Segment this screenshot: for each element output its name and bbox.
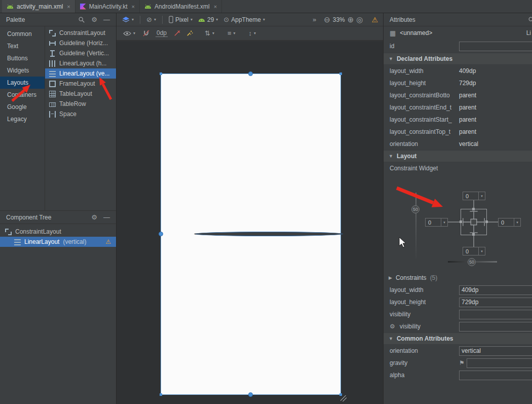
attribute-row[interactable]: layout_constraintBottoparent <box>384 89 532 101</box>
view-options-button[interactable]: ▾ <box>122 31 137 36</box>
space-icon <box>49 111 56 118</box>
attribute-row[interactable]: orientationvertical <box>384 138 532 150</box>
zoom-out-button[interactable]: ⊖ <box>324 16 330 23</box>
palette-item-guideline-horizontal[interactable]: Guideline (Horiz... <box>45 38 116 48</box>
category-text[interactable]: Text <box>0 40 45 52</box>
horizontal-bias-value[interactable]: 50 <box>468 258 476 266</box>
zoom-in-button[interactable]: ⊕ <box>348 16 354 23</box>
palette-item-framelayout[interactable]: FrameLayout <box>45 79 116 89</box>
anchor-handle-left[interactable] <box>159 232 163 236</box>
theme-selector[interactable]: ⊙ AppTheme ▾ <box>222 16 267 23</box>
attribute-row[interactable]: layout_constraintEnd_tparent <box>384 101 532 114</box>
device-selector[interactable]: Pixel ▾ <box>167 16 194 23</box>
zoom-to-fit-button[interactable]: ◎ <box>356 16 363 23</box>
category-google[interactable]: Google <box>0 101 45 113</box>
warnings-button[interactable]: ⚠ <box>371 16 378 24</box>
gear-icon[interactable]: ⚙ <box>91 16 97 23</box>
category-legacy[interactable]: Legacy <box>0 113 45 125</box>
margin-left-dropdown[interactable]: 0▾ <box>425 218 448 227</box>
chevron-down-icon: ▾ <box>132 17 134 22</box>
orientation-input[interactable] <box>459 346 532 356</box>
section-common-attributes[interactable]: ▼ Common Attributes <box>384 333 532 345</box>
android-file-icon <box>7 4 14 9</box>
anchor-dot-bottom[interactable] <box>472 233 475 236</box>
tree-item-linearlayout-vertical[interactable]: LinearLayout(vertical) ⚠ <box>0 237 116 247</box>
constraints-section-toggle[interactable]: ▶ Constraints (5) <box>384 272 532 284</box>
category-common[interactable]: Common <box>0 28 45 40</box>
design-canvas[interactable] <box>117 42 383 404</box>
flag-icon[interactable]: ⚑ <box>459 359 465 366</box>
autoconnect-magnet-icon[interactable] <box>143 30 149 36</box>
margin-right-dropdown[interactable]: 0▾ <box>498 218 521 227</box>
warning-icon[interactable]: ⚠ <box>105 238 111 245</box>
palette-item-guideline-vertical[interactable]: Guideline (Vertic... <box>45 48 116 58</box>
attribute-row: orientation <box>384 345 532 357</box>
vertical-bias-value[interactable]: 50 <box>411 205 420 213</box>
anchor-handle-right[interactable] <box>194 232 343 236</box>
search-icon[interactable] <box>78 16 85 23</box>
tab-activity-main-xml[interactable]: activity_main.xml × <box>2 0 75 13</box>
anchor-dot-left[interactable] <box>460 221 462 223</box>
view-mode-selector[interactable]: ▾ <box>121 16 135 23</box>
palette-item-linearlayout-horizontal[interactable]: LinearLayout (h... <box>45 58 116 68</box>
search-icon[interactable] <box>528 16 532 23</box>
align-selector[interactable]: ≡ ▾ <box>226 30 237 36</box>
category-layouts[interactable]: Layouts <box>0 77 45 89</box>
margin-top-dropdown[interactable]: 0▾ <box>463 192 485 200</box>
category-containers[interactable]: Containers <box>0 89 45 101</box>
tree-item-constraintlayout[interactable]: ConstraintLayout <box>0 227 116 237</box>
hide-panel-icon[interactable]: — <box>103 16 110 23</box>
tab-close-icon[interactable]: × <box>214 4 217 10</box>
anchor-dot-right[interactable] <box>485 221 488 223</box>
tools-visibility-input[interactable] <box>459 322 532 332</box>
attribute-row[interactable]: layout_width409dp <box>384 65 532 77</box>
component-grid-icon: ▦ <box>390 30 396 36</box>
tab-close-icon[interactable]: × <box>67 4 70 10</box>
constraint-widget-box[interactable] <box>461 209 487 235</box>
expand-selector[interactable]: ↕ ▾ <box>247 30 258 36</box>
palette-item-linearlayout-vertical[interactable]: LinearLayout (ve... <box>45 68 116 79</box>
api-level-selector[interactable]: 29 ▾ <box>197 16 219 23</box>
gravity-input[interactable] <box>467 358 532 368</box>
linearlayout-preview[interactable] <box>161 74 340 394</box>
infer-constraints-wand-icon[interactable] <box>186 30 193 36</box>
hide-panel-icon[interactable]: — <box>103 214 110 221</box>
eye-icon <box>123 31 131 36</box>
pack-selector[interactable]: ⇅ ▾ <box>203 30 216 36</box>
palette: Common Text Buttons Widgets Layouts Cont… <box>0 26 116 211</box>
category-widgets[interactable]: Widgets <box>0 64 45 77</box>
default-margin-button[interactable]: 0dp <box>156 29 168 37</box>
palette-item-constraintlayout[interactable]: ConstraintLayout <box>45 28 116 38</box>
anchor-handle-bottom[interactable] <box>248 392 253 397</box>
corner-handle[interactable] <box>339 72 342 75</box>
layout-height-input[interactable] <box>459 298 532 307</box>
tab-androidmanifest-xml[interactable]: AndroidManifest.xml × <box>140 0 222 13</box>
layout-width-input[interactable] <box>459 285 532 295</box>
attribute-row[interactable]: layout_constraintStart_parent <box>384 114 532 126</box>
section-declared-attributes[interactable]: ▼ Declared Attributes <box>384 53 532 65</box>
tab-close-icon[interactable]: × <box>132 4 135 10</box>
id-input[interactable] <box>459 42 532 51</box>
margin-bottom-dropdown[interactable]: 0▾ <box>463 247 485 255</box>
palette-item-space[interactable]: Space <box>45 109 116 119</box>
palette-item-tablerow[interactable]: TableRow <box>45 99 116 109</box>
attribute-row[interactable]: layout_height729dp <box>384 77 532 89</box>
alpha-input[interactable] <box>459 371 532 380</box>
gear-icon[interactable]: ⚙ <box>91 214 97 221</box>
vertical-bias-slider[interactable] <box>415 193 416 259</box>
attribute-row[interactable]: layout_constraintTop_tparent <box>384 126 532 138</box>
design-surface-selector[interactable]: ⊘ ▾ <box>145 16 158 23</box>
corner-handle[interactable] <box>160 393 162 396</box>
clear-constraints-icon[interactable] <box>174 30 180 36</box>
anchor-handle-top[interactable] <box>248 71 253 76</box>
corner-handle[interactable] <box>160 72 162 75</box>
tab-mainactivity-kt[interactable]: MainActivity.kt × <box>75 0 140 13</box>
anchor-dot-top[interactable] <box>472 208 475 210</box>
visibility-input[interactable] <box>459 310 532 319</box>
toolbar-overflow-icon[interactable]: » <box>313 16 316 23</box>
palette-item-tablelayout[interactable]: TableLayout <box>45 89 116 99</box>
size-mode-springs-icon[interactable] <box>461 209 486 235</box>
category-buttons[interactable]: Buttons <box>0 52 45 64</box>
section-layout[interactable]: ▼ Layout <box>384 150 532 162</box>
canvas-resize-handle[interactable] <box>340 395 347 401</box>
